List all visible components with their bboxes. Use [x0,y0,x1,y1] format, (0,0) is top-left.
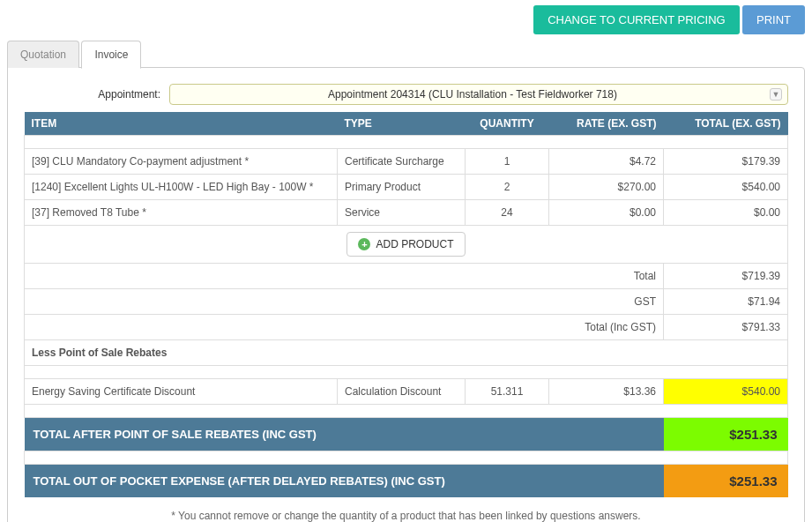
print-button[interactable]: PRINT [742,5,805,34]
total-after-rebates-label: TOTAL AFTER POINT OF SALE REBATES (INC G… [25,418,664,451]
orange-separator [25,366,788,379]
total-after-rebates-row: TOTAL AFTER POINT OF SALE REBATES (INC G… [25,418,788,451]
cell-qty: 1 [466,149,549,175]
summary-value: $791.33 [664,315,788,340]
orange-separator [25,136,788,149]
cell-qty: 51.311 [466,379,549,405]
cell-rate: $0.00 [549,200,664,226]
summary-label: GST [25,289,664,315]
col-total: TOTAL (EX. GST) [664,112,788,136]
col-qty: QUANTITY [466,112,549,136]
appointment-row: Appointment: Appointment 204314 (CLU Ins… [24,84,788,112]
col-item: ITEM [25,112,338,136]
plus-icon: + [358,238,370,250]
rebates-header: Less Point of Sale Rebates [25,340,788,366]
top-action-bar: CHANGE TO CURRENT PRICING PRINT [0,0,812,34]
tab-invoice[interactable]: Invoice [81,41,141,69]
summary-inc-gst: Total (Inc GST) $791.33 [25,315,788,340]
table-row: [1240] Excellent Lights UL-H100W - LED H… [25,175,788,200]
cell-type: Primary Product [338,175,466,200]
cell-total: $540.00 [664,379,788,405]
table-row: [37] Removed T8 Tube * Service 24 $0.00 … [25,200,788,226]
cell-item: [1240] Excellent Lights UL-H100W - LED H… [25,175,338,200]
col-type: TYPE [338,112,466,136]
total-pocket-row: TOTAL OUT OF POCKET EXPENSE (AFTER DELAY… [25,465,788,498]
appointment-selected-value: Appointment 204314 (CLU Installation - T… [328,88,617,101]
appointment-select[interactable]: Appointment 204314 (CLU Installation - T… [169,84,788,105]
table-row: [39] CLU Mandatory Co-payment adjustment… [25,149,788,175]
invoice-table: ITEM TYPE QUANTITY RATE (EX. GST) TOTAL … [24,112,788,497]
cell-qty: 2 [466,175,549,200]
cell-rate: $270.00 [549,175,664,200]
total-pocket-label: TOTAL OUT OF POCKET EXPENSE (AFTER DELAY… [25,465,664,498]
cell-qty: 24 [466,200,549,226]
cell-item: Energy Saving Certificate Discount [25,379,338,405]
cell-type: Service [338,200,466,226]
summary-value: $71.94 [664,289,788,315]
summary-value: $719.39 [664,264,788,289]
change-pricing-button[interactable]: CHANGE TO CURRENT PRICING [533,5,740,34]
cell-total: $540.00 [664,175,788,200]
cell-type: Certificate Surcharge [338,149,466,175]
add-product-row: + ADD PRODUCT [25,226,788,264]
summary-label: Total (Inc GST) [25,315,664,340]
table-header-row: ITEM TYPE QUANTITY RATE (EX. GST) TOTAL … [25,112,788,136]
cell-item: [37] Removed T8 Tube * [25,200,338,226]
add-product-label: ADD PRODUCT [376,238,453,250]
cell-type: Calculation Discount [338,379,466,405]
total-pocket-value: $251.33 [664,465,788,498]
invoice-panel: Appointment: Appointment 204314 (CLU Ins… [7,67,805,522]
col-rate: RATE (EX. GST) [549,112,664,136]
table-row: Energy Saving Certificate Discount Calcu… [25,379,788,405]
chevron-down-icon: ▼ [770,88,782,101]
appointment-label: Appointment: [24,88,169,101]
cell-total: $179.39 [664,149,788,175]
cell-total: $0.00 [664,200,788,226]
cell-item: [39] CLU Mandatory Co-payment adjustment… [25,149,338,175]
tab-bar: Quotation Invoice [0,34,812,68]
cell-rate: $13.36 [549,379,664,405]
cell-rate: $4.72 [549,149,664,175]
footnote: * You cannot remove or change the quanti… [24,497,788,522]
total-after-rebates-value: $251.33 [664,418,788,451]
add-product-button[interactable]: + ADD PRODUCT [346,232,465,257]
summary-label: Total [25,264,664,289]
summary-total: Total $719.39 [25,264,788,289]
tab-quotation[interactable]: Quotation [7,41,79,68]
summary-gst: GST $71.94 [25,289,788,315]
